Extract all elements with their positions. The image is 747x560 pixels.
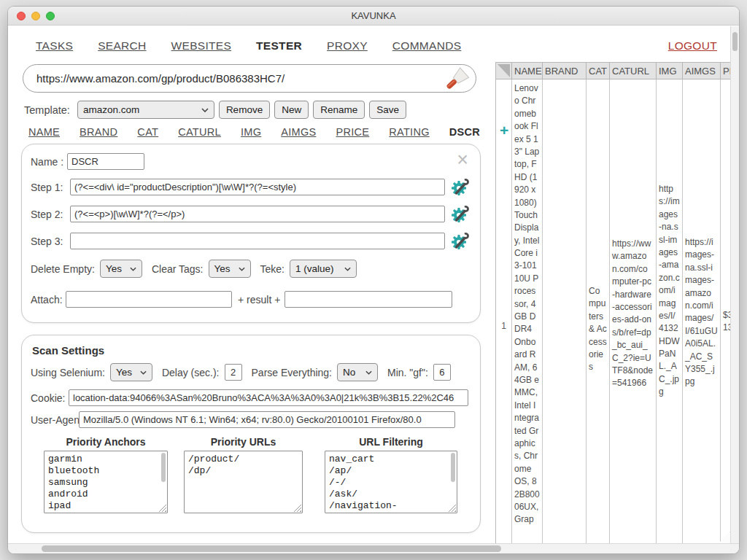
field-name-input[interactable] bbox=[67, 153, 144, 170]
zoom-window-icon[interactable] bbox=[46, 12, 55, 20]
teke-label: Teke: bbox=[260, 263, 285, 275]
chevron-down-icon bbox=[134, 370, 147, 375]
template-row: Template: amazon.com Remove New Rename S… bbox=[24, 101, 406, 119]
close-icon[interactable]: × bbox=[457, 150, 468, 169]
url-filtering-textarea[interactable]: nav_cart /ap/ /-/ /ask/ /navigation- bbox=[325, 451, 457, 513]
column-header-name: NAME bbox=[512, 63, 543, 79]
table-row: 1 Lenovo Chromebook Flex 5 13" Laptop, F… bbox=[496, 79, 733, 546]
tab-cat[interactable]: CAT bbox=[137, 126, 158, 138]
chevron-down-icon bbox=[233, 267, 245, 271]
rename-template-button[interactable]: Rename bbox=[313, 101, 365, 119]
min-gf-input[interactable] bbox=[433, 364, 451, 381]
nav-item-commands[interactable]: COMMANDS bbox=[392, 39, 462, 52]
select-all-corner[interactable] bbox=[496, 63, 512, 79]
nav-item-search[interactable]: SEARCH bbox=[98, 39, 146, 52]
min-gf-label: Min. "gf": bbox=[387, 367, 428, 378]
clear-tags-label: Clear Tags: bbox=[152, 263, 204, 275]
clear-tags-value: Yes bbox=[214, 263, 231, 274]
field-tabs: NAME BRAND CAT CATURL IMG AIMGS PRICE RA… bbox=[28, 125, 509, 138]
results-table-header: NAME BRAND CAT CATURL IMG AIMGS PRICE bbox=[496, 63, 733, 79]
column-header-cat: CAT bbox=[587, 63, 610, 79]
cookie-input[interactable] bbox=[69, 389, 468, 406]
tab-price[interactable]: PRICE bbox=[336, 126, 369, 138]
step1-input[interactable] bbox=[70, 179, 445, 195]
vertical-scrollbar-thumb[interactable] bbox=[732, 32, 738, 51]
attach-left-input[interactable] bbox=[66, 291, 232, 308]
tab-aimgs[interactable]: AIMGS bbox=[281, 126, 316, 138]
step2-input[interactable] bbox=[70, 206, 445, 222]
cell-aimgs: https://images-na.ssl-images-amazon.com/… bbox=[683, 79, 721, 546]
name-label: Name : bbox=[31, 156, 63, 168]
chevron-down-icon bbox=[360, 370, 372, 375]
textarea-scrollbar[interactable] bbox=[451, 453, 455, 482]
textarea-scrollbar[interactable] bbox=[161, 453, 166, 482]
tab-brand[interactable]: BRAND bbox=[80, 126, 117, 138]
step3-tools-icon[interactable] bbox=[451, 230, 471, 254]
chevron-down-icon bbox=[196, 108, 209, 112]
new-template-button[interactable]: New bbox=[274, 101, 309, 119]
priority-urls-title: Priority URLs bbox=[184, 436, 303, 448]
attach-separator-label: + result + bbox=[238, 294, 280, 306]
results-table: NAME BRAND CAT CATURL IMG AIMGS PRICE 1 … bbox=[495, 62, 733, 546]
template-select[interactable]: amazon.com bbox=[77, 101, 214, 119]
delay-label: Delay (sec.): bbox=[162, 367, 220, 378]
tab-caturl[interactable]: CATURL bbox=[178, 126, 221, 138]
minimize-window-icon[interactable] bbox=[31, 12, 40, 20]
delete-empty-value: Yes bbox=[106, 263, 122, 274]
step3-input[interactable] bbox=[70, 233, 445, 249]
cell-img: https://images-na.ssl-images-amazon.com/… bbox=[657, 79, 683, 546]
tab-dscr[interactable]: DSCR bbox=[449, 126, 480, 138]
main-nav: TASKS SEARCH WEBSITES TESTER PROXY COMMA… bbox=[36, 39, 717, 52]
logout-link[interactable]: LOGOUT bbox=[668, 39, 717, 52]
column-header-aimgs: AIMGS bbox=[683, 63, 721, 79]
url-filtering-title: URL Filtering bbox=[325, 436, 457, 448]
window-title: KAVUNKA bbox=[8, 10, 739, 21]
template-selected-value: amazon.com bbox=[83, 104, 139, 115]
cell-name: Lenovo Chromebook Flex 5 13" Laptop, FHD… bbox=[512, 79, 543, 546]
delete-empty-select[interactable]: Yes bbox=[100, 260, 142, 278]
attach-label: Attach: bbox=[31, 294, 63, 306]
nav-item-websites[interactable]: WEBSITES bbox=[171, 39, 232, 52]
template-label: Template: bbox=[24, 104, 70, 116]
tab-rating[interactable]: RATING bbox=[389, 126, 430, 138]
cookie-label: Cookie: bbox=[31, 392, 65, 404]
parse-everything-select[interactable]: No bbox=[337, 363, 378, 381]
using-selenium-select[interactable]: Yes bbox=[110, 363, 152, 381]
horizontal-scrollbar-thumb[interactable] bbox=[42, 545, 501, 552]
clear-tags-select[interactable]: Yes bbox=[209, 260, 251, 278]
teke-value: 1 (value) bbox=[295, 263, 334, 274]
scan-settings-title: Scan Settings bbox=[32, 344, 104, 357]
url-input[interactable] bbox=[36, 72, 441, 85]
app-window: KAVUNKA TASKS SEARCH WEBSITES TESTER PRO… bbox=[7, 6, 740, 554]
cell-caturl: https://www.amazon.com/computer-pc-hardw… bbox=[610, 79, 657, 546]
nav-item-tasks[interactable]: TASKS bbox=[36, 39, 73, 52]
scraper-icon[interactable] bbox=[441, 66, 470, 98]
tab-img[interactable]: IMG bbox=[241, 126, 261, 138]
step1-tools-icon[interactable] bbox=[451, 176, 471, 200]
remove-template-button[interactable]: Remove bbox=[219, 101, 270, 119]
step2-tools-icon[interactable] bbox=[451, 203, 471, 227]
row-number: 1 bbox=[496, 79, 512, 546]
save-template-button[interactable]: Save bbox=[369, 101, 406, 119]
vertical-scrollbar[interactable] bbox=[730, 26, 739, 543]
user-agent-input[interactable] bbox=[79, 411, 455, 428]
scan-settings-panel: Scan Settings Using Selenium: Yes Delay … bbox=[21, 335, 481, 533]
tab-name[interactable]: NAME bbox=[28, 126, 60, 138]
column-header-brand: BRAND bbox=[543, 63, 587, 79]
priority-urls-textarea[interactable]: /product/ /dp/ bbox=[184, 451, 303, 513]
delay-input[interactable] bbox=[225, 364, 242, 381]
priority-anchors-textarea[interactable]: garmin bluetooth samsung android ipad bbox=[44, 451, 168, 513]
close-window-icon[interactable] bbox=[17, 12, 26, 20]
parse-everything-label: Parse Everything: bbox=[252, 367, 333, 378]
url-bar bbox=[23, 64, 476, 93]
nav-item-proxy[interactable]: PROXY bbox=[327, 39, 368, 52]
field-editor-panel: Name : × Step 1: Step 2: bbox=[21, 144, 481, 323]
teke-select[interactable]: 1 (value) bbox=[290, 260, 357, 278]
step1-label: Step 1: bbox=[31, 182, 63, 193]
priority-anchors-title: Priority Anchors bbox=[44, 436, 168, 448]
attach-right-input[interactable] bbox=[285, 291, 452, 308]
horizontal-scrollbar[interactable] bbox=[8, 543, 739, 553]
title-bar: KAVUNKA bbox=[8, 7, 739, 26]
step3-label: Step 3: bbox=[31, 236, 63, 247]
nav-item-tester[interactable]: TESTER bbox=[256, 39, 302, 52]
